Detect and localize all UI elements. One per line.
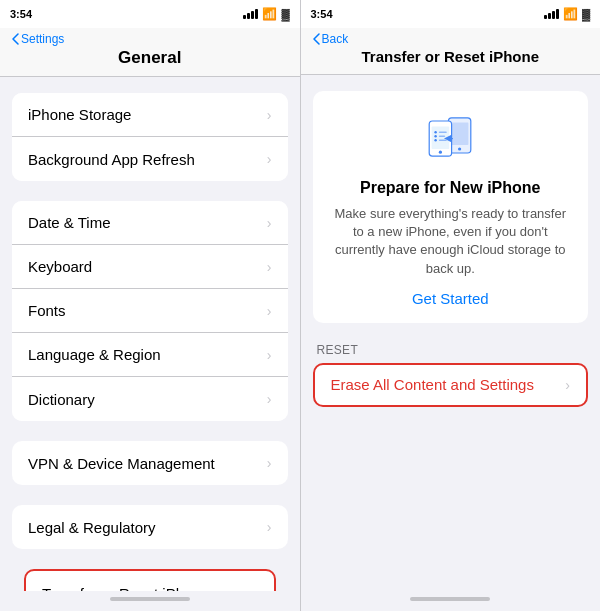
group-storage: iPhone Storage › Background App Refresh … <box>12 93 288 181</box>
svg-point-7 <box>435 135 437 137</box>
svg-rect-10 <box>439 135 445 137</box>
transfer-reset-group: Transfer or Reset iPhone › <box>24 569 276 591</box>
prepare-desc: Make sure everything's ready to transfer… <box>329 205 573 278</box>
wifi-icon-right: 📶 <box>563 7 578 21</box>
date-time-item[interactable]: Date & Time › <box>12 201 288 245</box>
nav-bar-left: Settings General <box>0 28 300 77</box>
page-title-left: General <box>118 48 181 68</box>
group-legal: Legal & Regulatory › <box>12 505 288 549</box>
bottom-bar-left <box>0 591 300 611</box>
page-title-right: Transfer or Reset iPhone <box>361 48 539 66</box>
date-time-label: Date & Time <box>28 214 111 231</box>
signal-bar-2 <box>247 13 250 19</box>
section-legal: Legal & Regulatory › <box>0 505 300 549</box>
bottom-bar-right <box>301 591 601 611</box>
chevron-icon-erase: › <box>565 377 570 393</box>
group-vpn: VPN & Device Management › <box>12 441 288 485</box>
group-locale: Date & Time › Keyboard › Fonts › Languag… <box>12 201 288 421</box>
svg-rect-1 <box>451 123 469 145</box>
vpn-item[interactable]: VPN & Device Management › <box>12 441 288 485</box>
fonts-item[interactable]: Fonts › <box>12 289 288 333</box>
background-refresh-label: Background App Refresh <box>28 151 195 168</box>
reset-section-label: Reset <box>313 343 589 363</box>
chevron-icon-lang: › <box>267 347 272 363</box>
right-panel: 3:54 📶 ▓ Back Transfer or Reset iPhone <box>301 0 601 611</box>
settings-content-left: iPhone Storage › Background App Refresh … <box>0 77 300 591</box>
legal-label: Legal & Regulatory <box>28 519 156 536</box>
section-storage: iPhone Storage › Background App Refresh … <box>0 93 300 181</box>
section-vpn: VPN & Device Management › <box>0 441 300 485</box>
svg-point-6 <box>435 131 437 133</box>
phone-icons-container <box>418 111 482 167</box>
chevron-left-icon <box>12 33 19 45</box>
keyboard-item[interactable]: Keyboard › <box>12 245 288 289</box>
get-started-button[interactable]: Get Started <box>412 290 489 307</box>
iphone-storage-label: iPhone Storage <box>28 106 131 123</box>
reset-section: Reset Erase All Content and Settings › <box>313 343 589 407</box>
erase-label: Erase All Content and Settings <box>331 376 534 393</box>
svg-point-8 <box>435 139 437 141</box>
iphone-storage-item[interactable]: iPhone Storage › <box>12 93 288 137</box>
right-panel-content: Prepare for New iPhone Make sure everyth… <box>301 75 601 591</box>
chevron-icon-date: › <box>267 215 272 231</box>
nav-title-row-right: Transfer or Reset iPhone <box>313 48 589 66</box>
svg-point-5 <box>439 151 442 154</box>
transfer-reset-item[interactable]: Transfer or Reset iPhone › <box>26 571 274 591</box>
back-search-left: Settings <box>12 32 288 46</box>
background-refresh-item[interactable]: Background App Refresh › <box>12 137 288 181</box>
time-left: 3:54 <box>10 8 32 20</box>
signal-icon-right <box>544 9 559 19</box>
section-locale: Date & Time › Keyboard › Fonts › Languag… <box>0 201 300 421</box>
dictionary-item[interactable]: Dictionary › <box>12 377 288 421</box>
nav-title-row-left: General <box>12 48 288 68</box>
signal-bar-4 <box>255 9 258 19</box>
status-icons-left: 📶 ▓ <box>243 7 289 21</box>
language-region-label: Language & Region <box>28 346 161 363</box>
chevron-icon-dict: › <box>267 391 272 407</box>
chevron-icon-legal: › <box>267 519 272 535</box>
chevron-icon-fonts: › <box>267 303 272 319</box>
wifi-icon: 📶 <box>262 7 277 21</box>
signal-bar-3 <box>251 11 254 19</box>
battery-icon: ▓ <box>281 8 289 20</box>
svg-rect-11 <box>439 139 447 141</box>
dictionary-label: Dictionary <box>28 391 95 408</box>
chevron-icon-vpn: › <box>267 455 272 471</box>
prepare-phones-icon <box>418 111 482 163</box>
legal-item[interactable]: Legal & Regulatory › <box>12 505 288 549</box>
fonts-label: Fonts <box>28 302 66 319</box>
home-indicator-right <box>410 597 490 601</box>
keyboard-label: Keyboard <box>28 258 92 275</box>
erase-item[interactable]: Erase All Content and Settings › <box>313 363 589 407</box>
nav-bar-right: Back Transfer or Reset iPhone <box>301 28 601 75</box>
left-panel: 3:54 📶 ▓ Settings General iPhon <box>0 0 300 611</box>
svg-point-2 <box>458 147 461 150</box>
back-label-right[interactable]: Back <box>322 32 349 46</box>
signal-icon <box>243 9 258 19</box>
chevron-left-icon-right <box>313 33 320 45</box>
transfer-reset-section: Transfer or Reset iPhone › <box>12 569 288 591</box>
time-right: 3:54 <box>311 8 333 20</box>
home-indicator-left <box>110 597 190 601</box>
battery-icon-right: ▓ <box>582 8 590 20</box>
signal-bar-1 <box>243 15 246 19</box>
vpn-label: VPN & Device Management <box>28 455 215 472</box>
language-region-item[interactable]: Language & Region › <box>12 333 288 377</box>
back-label-left[interactable]: Settings <box>21 32 64 46</box>
chevron-icon-keyboard: › <box>267 259 272 275</box>
status-icons-right: 📶 ▓ <box>544 7 590 21</box>
chevron-icon-storage: › <box>267 107 272 123</box>
prepare-title: Prepare for New iPhone <box>360 179 541 197</box>
svg-rect-9 <box>439 131 447 133</box>
status-bar-left: 3:54 📶 ▓ <box>0 0 300 28</box>
status-bar-right: 3:54 📶 ▓ <box>301 0 601 28</box>
back-search-right: Back <box>313 32 589 46</box>
svg-rect-4 <box>432 127 450 149</box>
chevron-icon-refresh: › <box>267 151 272 167</box>
prepare-card: Prepare for New iPhone Make sure everyth… <box>313 91 589 323</box>
